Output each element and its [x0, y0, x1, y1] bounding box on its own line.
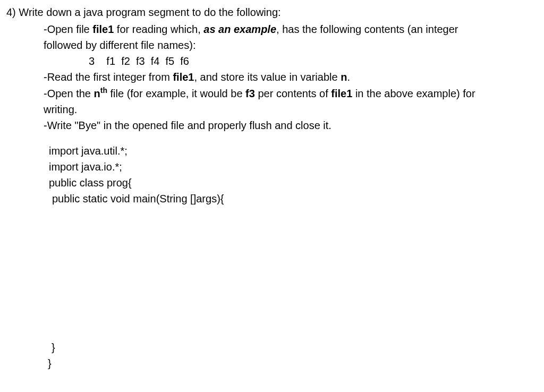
bullet3-line2-text: writing. [44, 104, 77, 115]
bullet1-post: , has the following contents (an integer [276, 23, 458, 35]
bullet3-pre: -Open the [44, 88, 94, 99]
question-prompt: Write down a java program segment to do … [19, 6, 280, 18]
bullet-1-line-2: followed by different file names): [6, 37, 538, 53]
bullet3-mid: file (for example, it would be [107, 88, 245, 99]
question-number: 4) [6, 6, 16, 18]
code-block: import java.util.*; import java.io.*; pu… [6, 143, 538, 207]
bullet2-pre: -Read the first integer from [44, 71, 173, 83]
bullet-2: -Read the first integer from file1, and … [6, 69, 538, 85]
example-content: 3 f1 f2 f3 f4 f5 f6 [89, 55, 189, 67]
bullet4-text: -Write "Bye" in the opened file and prop… [44, 120, 332, 131]
bullet3-sup: th [100, 86, 107, 95]
bullet2-var: n [341, 71, 347, 83]
bullet3-n: n [94, 88, 100, 99]
code-line-2: import java.io.*; [6, 159, 538, 175]
closing-brace-2: } [6, 355, 538, 371]
code-line-4: public static void main(String []args){ [6, 191, 538, 207]
bullet-1-line-1: -Open file file1 for reading which, as a… [6, 21, 538, 37]
bullet2-mid: , and store its value in variable [194, 71, 341, 83]
code-line-1: import java.util.*; [6, 143, 538, 159]
bullet1-line2-text: followed by different file names): [44, 39, 196, 51]
bullet3-post: in the above example) for [352, 88, 475, 99]
bullet1-pre: -Open file [44, 23, 92, 35]
bullet3-file1: file1 [331, 88, 352, 99]
closing-brace-1: } [6, 339, 538, 355]
bullet1-file: file1 [92, 23, 114, 35]
bullet2-post: . [347, 71, 350, 83]
bullet1-mid: for reading which, [114, 23, 203, 35]
bullet2-file: file1 [173, 71, 194, 83]
bullet3-mid2: per contents of [255, 88, 331, 99]
bullet-3-line-2: writing. [6, 101, 538, 117]
bullet-3-line-1: -Open the nth file (for example, it woul… [6, 85, 538, 101]
answer-space [6, 207, 538, 339]
example-content-line: 3 f1 f2 f3 f4 f5 f6 [6, 53, 538, 69]
question-header: 4) Write down a java program segment to … [6, 4, 538, 20]
code-line-3: public class prog{ [6, 175, 538, 191]
bullet1-emphasis: as an example [203, 23, 276, 35]
bullet3-f3: f3 [245, 88, 255, 99]
bullet-4: -Write "Bye" in the opened file and prop… [6, 117, 538, 133]
